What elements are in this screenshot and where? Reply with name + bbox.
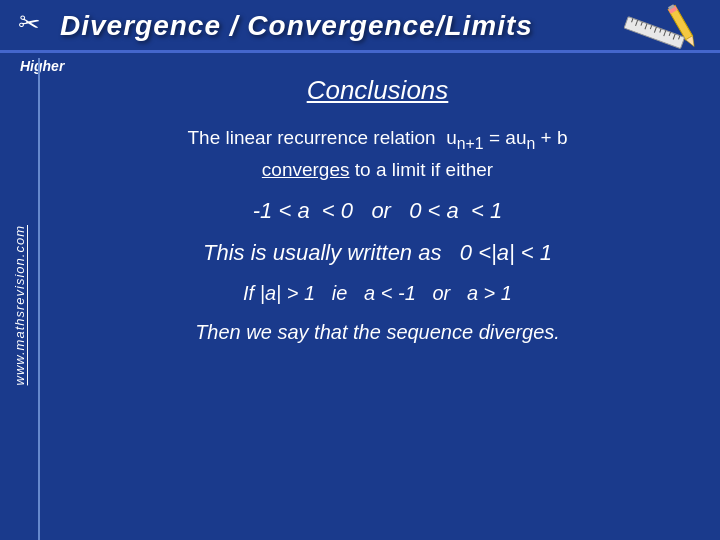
sidebar-website: www.mathsrevision.com xyxy=(0,80,38,530)
main-content: Conclusions The linear recurrence relati… xyxy=(45,65,710,530)
header-bar: ✂ Divergence / Convergence/Limits xyxy=(0,0,720,53)
condition-line: -1 < a < 0 or 0 < a < 1 xyxy=(253,198,503,224)
scissors-icon: ✂ xyxy=(15,6,42,40)
paragraph1: The linear recurrence relation un+1 = au… xyxy=(187,124,567,184)
ruler-decoration xyxy=(620,0,710,60)
usually-line: This is usually written as 0 <|a| < 1 xyxy=(203,240,552,266)
if-line: If |a| > 1 ie a < -1 or a > 1 xyxy=(243,282,512,305)
then-line: Then we say that the sequence diverges. xyxy=(195,321,560,344)
vertical-divider xyxy=(38,58,40,540)
header-title: Divergence / Convergence/Limits xyxy=(60,10,533,42)
conclusions-title: Conclusions xyxy=(307,75,449,106)
website-label: www.mathsrevision.com xyxy=(12,225,27,385)
converges-text: converges xyxy=(262,159,350,180)
